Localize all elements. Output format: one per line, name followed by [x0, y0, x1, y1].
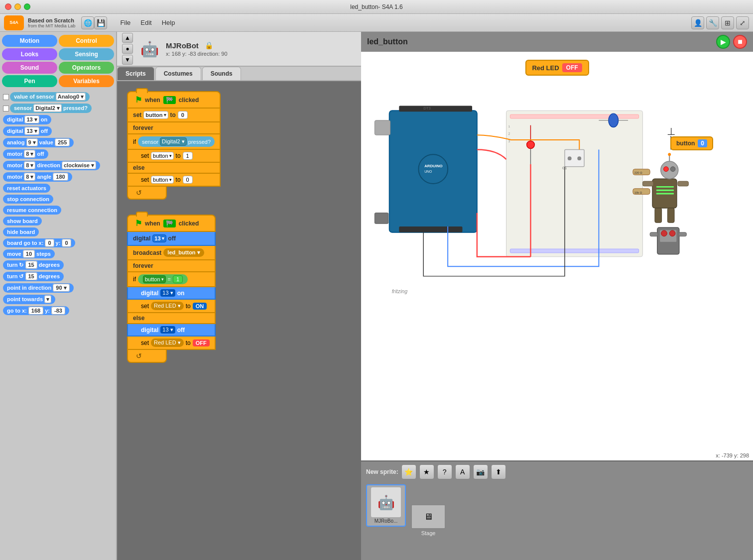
- block-reset-actuators[interactable]: reset actuators: [3, 184, 113, 193]
- globe-button[interactable]: 🌐: [81, 16, 94, 29]
- block-turn-ccw[interactable]: turn ↺ 15 degrees: [3, 272, 113, 281]
- category-control[interactable]: Control: [59, 35, 114, 47]
- value-sensor-block[interactable]: value of sensor Analog0 ▾: [10, 92, 90, 102]
- go-to-block[interactable]: go to x: 168 y: -83: [3, 306, 69, 315]
- save-button[interactable]: 💾: [94, 16, 107, 29]
- red-led-off-dropdown[interactable]: Red LED ▾: [151, 338, 184, 347]
- block-sensor-pressed[interactable]: sensor Digital2 ▾ pressed?: [3, 104, 113, 113]
- move-block[interactable]: move 10 steps: [3, 249, 55, 258]
- block-hide-board[interactable]: hide board: [3, 227, 113, 236]
- set-led-off[interactable]: set Red LED ▾ to OFF: [127, 336, 216, 350]
- turn-ccw-block[interactable]: turn ↺ 15 degrees: [3, 272, 64, 281]
- stop-button[interactable]: ■: [733, 35, 747, 49]
- point-direction-block[interactable]: point in direction 90 ▾: [3, 283, 74, 293]
- sprite-question-btn[interactable]: ?: [437, 464, 452, 479]
- category-pen[interactable]: Pen: [2, 75, 57, 87]
- set-val-1[interactable]: 1: [183, 152, 193, 160]
- nav-center[interactable]: ●: [122, 44, 133, 54]
- block-move[interactable]: move 10 steps: [3, 249, 113, 258]
- set-led-on[interactable]: set Red LED ▾ to ON: [127, 300, 216, 313]
- close-button[interactable]: [5, 3, 11, 10]
- hat-block-2[interactable]: ⚑ when 🏁 clicked: [127, 215, 216, 232]
- sensor-pressed-checkbox[interactable]: [3, 106, 9, 112]
- maximize-button[interactable]: [24, 3, 30, 10]
- sprite-upload-btn[interactable]: ⬆: [491, 464, 506, 479]
- motor-off-block[interactable]: motor 8 ▾ off: [3, 149, 48, 159]
- block-value-sensor[interactable]: value of sensor Analog0 ▾: [3, 92, 113, 102]
- block-motor-off[interactable]: motor 8 ▾ off: [3, 149, 113, 159]
- set-val-0b[interactable]: 0: [183, 176, 193, 184]
- block-digital-on[interactable]: digital 13 ▾ on: [3, 115, 113, 124]
- person-icon-btn[interactable]: 👤: [691, 16, 704, 29]
- arrows-icon-btn[interactable]: ⤢: [736, 16, 749, 29]
- block-analog-value[interactable]: analog 9 ▾ value 255: [3, 138, 113, 147]
- red-led-on-dropdown[interactable]: Red LED ▾: [151, 302, 184, 310]
- nav-down[interactable]: ▼: [122, 55, 133, 65]
- block-motor-direction[interactable]: motor 8 ▾ direction clockwise ▾: [3, 161, 113, 170]
- digital-off-block[interactable]: digital 13 ▾ off: [3, 126, 52, 136]
- sprite-camera-btn[interactable]: 📷: [473, 464, 488, 479]
- block-motor-angle[interactable]: motor 8 ▾ angle 180: [3, 172, 113, 182]
- broadcast-block[interactable]: broadcast led_button ▾: [127, 246, 216, 260]
- category-operators[interactable]: Operators: [59, 62, 114, 74]
- block-board-go[interactable]: board go to x: 0 y: 0: [3, 238, 113, 247]
- button-dropdown-1[interactable]: button: [143, 111, 168, 119]
- category-sensing[interactable]: Sensing: [59, 48, 114, 60]
- sensor-checkbox[interactable]: [3, 94, 9, 100]
- block-point-direction[interactable]: point in direction 90 ▾: [3, 283, 113, 293]
- block-resume-connection[interactable]: resume connection: [3, 206, 113, 215]
- set-button-0-inner[interactable]: set button to 0: [127, 174, 221, 187]
- category-motion[interactable]: Motion: [2, 35, 57, 47]
- sprite-letter-btn[interactable]: A: [455, 464, 470, 479]
- digital2-dropdown[interactable]: Digital2 ▾: [160, 137, 187, 146]
- stage-card[interactable]: 🖥 Stage: [411, 504, 446, 536]
- forever-block-1[interactable]: forever: [127, 122, 221, 134]
- equals-val[interactable]: 1: [173, 275, 183, 283]
- button-dropdown-3[interactable]: button: [151, 176, 174, 184]
- broadcast-msg-dropdown[interactable]: led_button ▾: [163, 248, 204, 257]
- forever-block-2[interactable]: forever: [127, 260, 216, 272]
- nav-up[interactable]: ▲: [122, 33, 133, 43]
- point-towards-block[interactable]: point towards ▾: [3, 295, 55, 304]
- grid-icon-btn[interactable]: ⊞: [721, 16, 734, 29]
- go-button[interactable]: ▶: [716, 35, 730, 49]
- turn-cw-block[interactable]: turn ↻ 15 degrees: [3, 260, 64, 270]
- hide-board-block[interactable]: hide board: [3, 227, 39, 236]
- category-looks[interactable]: Looks: [2, 48, 57, 60]
- sprite-paint-btn[interactable]: ⭐: [401, 464, 416, 479]
- hat-block-1[interactable]: ⚑ when 🏁 clicked: [127, 91, 221, 109]
- motor-direction-block[interactable]: motor 8 ▾ direction clockwise ▾: [3, 161, 100, 170]
- tab-sounds[interactable]: Sounds: [202, 67, 241, 80]
- file-menu[interactable]: File: [115, 19, 135, 26]
- if-block-1[interactable]: if sensor Digital2 ▾ pressed?: [127, 134, 221, 150]
- digital-pin-dropdown[interactable]: 13: [152, 234, 166, 242]
- digital-off-inner-dropdown[interactable]: 13 ▾: [160, 326, 175, 334]
- set-val-0[interactable]: 0: [178, 111, 188, 119]
- category-variables[interactable]: Variables: [59, 75, 114, 87]
- digital-13-off[interactable]: digital 13 off: [127, 232, 216, 246]
- edit-menu[interactable]: Edit: [135, 19, 156, 26]
- show-board-block[interactable]: show board: [3, 217, 42, 225]
- tab-scripts[interactable]: Scripts: [117, 67, 154, 80]
- digital-13-off-inner[interactable]: digital 13 ▾ off: [127, 324, 216, 336]
- block-point-towards[interactable]: point towards ▾: [3, 295, 113, 304]
- digital-inner-dropdown[interactable]: 13 ▾: [160, 289, 175, 297]
- reset-actuators-block[interactable]: reset actuators: [3, 184, 50, 193]
- set-button-0[interactable]: set button to 0: [127, 109, 221, 122]
- sprite-card-mjrobot[interactable]: 🤖 MJRoBo...: [366, 484, 406, 527]
- block-stop-connection[interactable]: stop connection: [3, 195, 113, 204]
- digital-13-on-inner[interactable]: digital 13 ▾ on: [127, 287, 216, 300]
- stop-connection-block[interactable]: stop connection: [3, 195, 53, 204]
- motor-angle-block[interactable]: motor 8 ▾ angle 180: [3, 172, 72, 182]
- sprite-star-btn[interactable]: ★: [419, 464, 434, 479]
- analog-block[interactable]: analog 9 ▾ value 255: [3, 138, 74, 147]
- button-var[interactable]: button: [143, 275, 166, 283]
- block-go-to[interactable]: go to x: 168 y: -83: [3, 306, 113, 315]
- button-dropdown-2[interactable]: button: [151, 152, 174, 160]
- set-button-1-inner[interactable]: set button to 1: [127, 150, 221, 163]
- help-menu[interactable]: Help: [157, 19, 180, 26]
- board-go-block[interactable]: board go to x: 0 y: 0: [3, 238, 75, 247]
- digital-on-block[interactable]: digital 13 ▾ on: [3, 115, 51, 124]
- block-turn-cw[interactable]: turn ↻ 15 degrees: [3, 260, 113, 270]
- minimize-button[interactable]: [14, 3, 21, 10]
